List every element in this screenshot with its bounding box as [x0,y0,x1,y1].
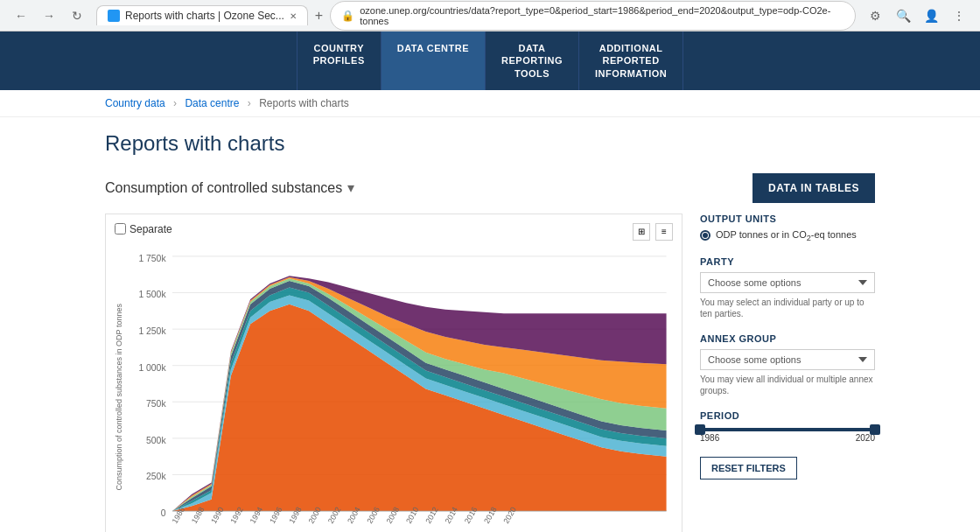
period-slider-container: 1986 2020 [700,428,875,443]
extensions-button[interactable]: ⚙ [863,4,887,28]
breadcrumb-country-data[interactable]: Country data [105,97,165,109]
period-start-handle[interactable] [695,424,705,435]
chart-container: Separate ⊞ ≡ Consumption of controlled s… [105,214,682,532]
content-area: Separate ⊞ ≡ Consumption of controlled s… [105,214,875,532]
party-dropdown[interactable]: Choose some options [700,272,875,293]
menu-chart-button[interactable]: ≡ [655,223,673,241]
separate-label: Separate [130,223,172,235]
browser-actions: ⚙ 🔍 👤 ⋮ [863,4,971,28]
annex-group-dropdown[interactable]: Choose some options [700,349,875,370]
browser-chrome: ← → ↻ Reports with charts | Ozone Sec...… [0,0,980,32]
svg-text:1986: 1986 [171,506,187,525]
nav-controls: ← → ↻ [9,4,89,28]
party-label: PARTY [700,256,875,267]
chart-toolbar: Separate ⊞ ≡ [115,223,673,241]
expand-chart-button[interactable]: ⊞ [633,223,650,241]
data-in-tables-button[interactable]: DATA IN TABLES [752,173,875,203]
nav-data-reporting-tools[interactable]: DATA REPORTING TOOLS [486,32,579,90]
menu-button[interactable]: ⋮ [947,4,971,28]
party-section: PARTY Choose some options You may select… [700,256,875,319]
report-selector[interactable]: Consumption of controlled substances ▾ [105,179,354,196]
period-label: PERIOD [700,410,875,421]
back-button[interactable]: ← [9,4,33,28]
separate-checkbox[interactable]: Separate [115,223,172,235]
party-hint: You may select an individual party or up… [700,297,875,319]
reload-button[interactable]: ↻ [65,4,89,28]
annex-group-label: ANNEX GROUP [700,333,875,344]
user-button[interactable]: 👤 [919,4,943,28]
lock-icon: 🔒 [341,10,354,22]
breadcrumb: Country data › Data centre › Reports wit… [0,90,980,117]
output-units-label: OUTPUT UNITS [700,214,875,224]
separate-checkbox-input[interactable] [115,223,126,234]
chevron-down-icon: ▾ [347,179,354,196]
svg-text:0: 0 [161,508,166,518]
annex-group-hint: You may view all individual or multiple … [700,374,875,396]
nav-additional-info[interactable]: ADDITIONAL REPORTED INFORMATION [579,32,683,90]
search-button[interactable]: 🔍 [891,4,915,28]
browser-tab[interactable]: Reports with charts | Ozone Sec... ✕ [96,5,308,25]
odp-co2e-label: ODP tonnes or in CO2-eq tonnes [716,229,857,242]
period-slider-fill [700,428,875,431]
breadcrumb-current: Reports with charts [259,97,349,109]
chart-icons: ⊞ ≡ [633,223,673,241]
breadcrumb-data-centre[interactable]: Data centre [185,97,239,109]
annex-group-section: ANNEX GROUP Choose some options You may … [700,333,875,396]
period-range-labels: 1986 2020 [700,433,875,443]
svg-text:500k: 500k [146,436,166,445]
main-content: Reports with charts Consumption of contr… [0,117,980,532]
radio-odp-co2e [700,230,710,241]
tab-favicon [108,10,120,22]
reset-filters-button[interactable]: RESET FILTERS [700,457,797,480]
svg-text:250k: 250k [146,472,166,481]
svg-text:1 000k: 1 000k [138,363,166,373]
breadcrumb-sep-1: › [173,97,177,109]
svg-text:1 500k: 1 500k [138,290,166,299]
nav-country-profiles[interactable]: COUNTRY PROFILES [297,32,382,90]
chart-svg: 1 750k 1 500k 1 250k 1 000k 750k 500k 25… [127,246,673,532]
tab-title: Reports with charts | Ozone Sec... [125,10,284,22]
chart-svg-area: 1 750k 1 500k 1 250k 1 000k 750k 500k 25… [127,246,673,532]
svg-text:1 750k: 1 750k [138,254,166,263]
url-text: ozone.unep.org/countries/data?report_typ… [360,5,844,26]
report-selector-label: Consumption of controlled substances [105,180,342,196]
nav-data-centre[interactable]: DATA CENTRE [382,32,486,90]
period-section: PERIOD 1986 2020 [700,410,875,443]
new-tab-button[interactable]: + [315,8,323,24]
report-controls: Consumption of controlled substances ▾ D… [105,173,875,203]
y-axis-label: Consumption of controlled substances in … [115,304,123,490]
period-end-handle[interactable] [870,424,880,435]
site-nav: COUNTRY PROFILES DATA CENTRE DATA REPORT… [0,32,980,90]
odp-co2e-option[interactable]: ODP tonnes or in CO2-eq tonnes [700,229,875,242]
address-bar[interactable]: 🔒 ozone.unep.org/countries/data?report_t… [330,1,856,31]
svg-text:1 250k: 1 250k [138,326,166,336]
forward-button[interactable]: → [37,4,61,28]
chart-wrapper: Consumption of controlled substances in … [115,246,673,532]
tab-close-icon[interactable]: ✕ [290,11,297,21]
period-slider-track [700,428,875,431]
svg-text:750k: 750k [146,399,166,409]
page-title: Reports with charts [105,131,875,156]
output-units-radio-group: ODP tonnes or in CO2-eq tonnes [700,229,875,242]
right-panel: OUTPUT UNITS ODP tonnes or in CO2-eq ton… [700,214,875,532]
breadcrumb-sep-2: › [248,97,251,109]
output-units-section: OUTPUT UNITS ODP tonnes or in CO2-eq ton… [700,214,875,242]
